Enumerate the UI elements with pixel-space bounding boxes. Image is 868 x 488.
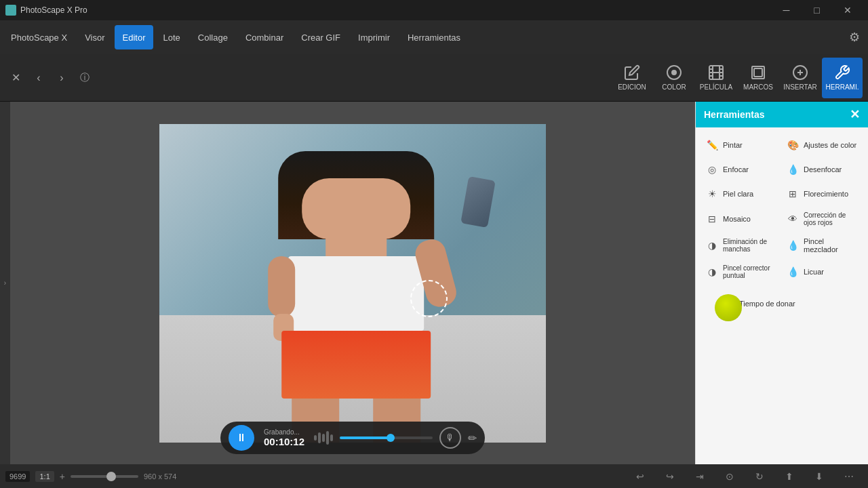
recording-label: Grabando... <box>264 428 304 436</box>
herrami-tool[interactable]: HERRAMI. <box>822 58 863 98</box>
app-icon <box>5 5 16 16</box>
reset-button[interactable]: ⊙ <box>716 467 743 486</box>
edicion-tool[interactable]: EDICION <box>612 58 652 98</box>
save-button[interactable]: ⬆ <box>776 467 803 486</box>
info-button[interactable]: ⓘ <box>75 68 95 88</box>
color-label: COLOR <box>662 83 686 91</box>
redo-button[interactable]: ↪ <box>656 467 684 486</box>
herramientas-title: Herramientas <box>704 109 765 120</box>
tool-pielclara[interactable]: ☀ Piel clara <box>701 182 782 206</box>
enfocar-icon: ◎ <box>705 163 719 176</box>
recording-time: 00:10:12 <box>264 436 304 447</box>
undo-button[interactable]: ↩ <box>627 467 654 486</box>
edit-button[interactable]: ✏ <box>468 432 477 445</box>
herramientas-header: Herramientas ✕ <box>696 102 868 127</box>
tool-mosaico[interactable]: ⊟ Mosaico <box>701 206 782 232</box>
title-bar: PhotoScape X Pro ─ □ ✕ <box>0 0 868 20</box>
correccion-icon: 👁 <box>786 212 800 226</box>
progress-dot <box>387 434 395 442</box>
left-panel-toggle[interactable]: › <box>0 102 10 464</box>
tool-correccion[interactable]: 👁 Corrección de ojos rojos <box>782 206 863 232</box>
toolbar: ✕ ‹ › ⓘ EDICION COLOR PELÍCULA MARCOS IN… <box>0 54 868 102</box>
mosaico-icon: ⊟ <box>705 212 719 226</box>
tool-eliminacion[interactable]: ◑ Eliminación de manchas <box>701 232 782 259</box>
marcos-label: MARCOS <box>743 83 773 91</box>
menu-creargif[interactable]: Crear GIF <box>293 25 349 49</box>
main-area: › <box>0 102 868 464</box>
desenfocar-icon: 💧 <box>786 163 800 176</box>
donate-item[interactable]: Tiempo de donar <box>696 293 868 314</box>
tool-pincelmezclador[interactable]: 💧 Pincel mezclador <box>782 232 863 259</box>
tool-pincelcorrector[interactable]: ◑ Pincel corrector puntual <box>701 259 782 285</box>
close-photo-button[interactable]: ✕ <box>5 68 26 88</box>
color-tool[interactable]: COLOR <box>654 58 694 98</box>
zoom-value: 9699 <box>5 471 30 482</box>
left-arrow-icon: › <box>4 279 6 287</box>
microphone-button[interactable]: 🎙 <box>439 427 461 449</box>
menu-photoscapex[interactable]: PhotoScape X <box>3 25 75 49</box>
forward-button[interactable]: ⇥ <box>686 467 713 486</box>
insertar-label: INSERTAR <box>783 83 817 91</box>
pintar-icon: ✏️ <box>705 138 719 152</box>
pelicula-tool[interactable]: PELÍCULA <box>696 58 736 98</box>
menu-imprimir[interactable]: Imprimir <box>350 25 398 49</box>
bottom-bar: 9699 1:1 + 960 x 574 ↩ ↪ ⇥ ⊙ ↻ ⬆ ⬇ ⋯ <box>0 464 868 488</box>
dimensions-display: 960 x 574 <box>144 472 176 481</box>
refresh-button[interactable]: ↻ <box>746 467 773 486</box>
zoom-slider-handle[interactable] <box>106 472 116 481</box>
pause-button[interactable]: ⏸ <box>229 425 254 451</box>
pincelcorrector-icon: ◑ <box>705 265 719 279</box>
ratio-display: 1:1 <box>35 471 54 482</box>
window-controls: ─ □ ✕ <box>771 0 863 20</box>
zoom-slider[interactable] <box>71 475 138 478</box>
herramientas-close-button[interactable]: ✕ <box>850 107 860 122</box>
eliminacion-icon: ◑ <box>705 239 719 252</box>
progress-fill <box>340 436 391 439</box>
tool-enfocar[interactable]: ◎ Enfocar <box>701 157 782 182</box>
canvas-area[interactable]: ⏸ Grabando... 00:10:12 🎙 <box>10 102 695 464</box>
tool-desenfocar[interactable]: 💧 Desenfocar <box>782 157 863 182</box>
herrami-label: HERRAMI. <box>826 83 859 91</box>
tools-grid: ✏️ Pintar 🎨 Ajustes de color ◎ Enfocar 💧… <box>696 127 868 290</box>
tool-licuar[interactable]: 💧 Licuar <box>782 259 863 285</box>
prev-photo-button[interactable]: ‹ <box>28 68 49 88</box>
marcos-tool[interactable]: MARCOS <box>738 58 778 98</box>
menu-visor[interactable]: Visor <box>77 25 113 49</box>
licuar-icon: 💧 <box>786 265 800 279</box>
progress-bar[interactable] <box>340 436 433 439</box>
next-photo-button[interactable]: › <box>52 68 72 88</box>
menu-lote[interactable]: Lote <box>155 25 188 49</box>
menu-herramientas[interactable]: Herramientas <box>399 25 469 49</box>
tool-florecimiento[interactable]: ⊞ Florecimiento <box>782 182 863 206</box>
tool-ajustescolor[interactable]: 🎨 Ajustes de color <box>782 133 863 157</box>
pincelmezclador-icon: 💧 <box>786 239 800 252</box>
pielclara-icon: ☀ <box>705 187 719 201</box>
app-title: PhotoScape X Pro <box>20 5 87 15</box>
zoom-plus-button[interactable]: + <box>60 471 65 482</box>
minimize-button[interactable]: ─ <box>771 0 802 20</box>
insertar-tool[interactable]: INSERTAR <box>780 58 821 98</box>
donate-label: Tiempo de donar <box>739 300 795 308</box>
canvas-background: ⏸ Grabando... 00:10:12 🎙 <box>10 102 695 464</box>
svg-point-1 <box>672 70 676 75</box>
more-button[interactable]: ⋯ <box>835 467 863 486</box>
edicion-label: EDICION <box>618 83 646 91</box>
close-button[interactable]: ✕ <box>832 0 863 20</box>
audio-bars-icon <box>314 431 333 445</box>
menu-editor[interactable]: Editor <box>115 25 154 49</box>
donate-bubble-icon <box>715 294 742 321</box>
download-button[interactable]: ⬇ <box>806 467 833 486</box>
menu-collage[interactable]: Collage <box>190 25 236 49</box>
menu-combinar[interactable]: Combinar <box>237 25 292 49</box>
svg-rect-11 <box>754 68 762 77</box>
bottom-actions: ↩ ↪ ⇥ ⊙ ↻ ⬆ ⬇ ⋯ <box>627 467 863 486</box>
settings-icon[interactable]: ⚙ <box>844 26 865 48</box>
recording-bar: ⏸ Grabando... 00:10:12 🎙 <box>220 422 485 454</box>
tool-pintar[interactable]: ✏️ Pintar <box>701 133 782 157</box>
florecimiento-icon: ⊞ <box>786 187 800 201</box>
herramientas-panel: Herramientas ✕ ✏️ Pintar 🎨 Ajustes de co… <box>695 102 868 464</box>
maximize-button[interactable]: □ <box>802 0 832 20</box>
pelicula-label: PELÍCULA <box>700 83 732 91</box>
menu-bar: PhotoScape X Visor Editor Lote Collage C… <box>0 20 868 54</box>
photo-container <box>159 124 546 443</box>
